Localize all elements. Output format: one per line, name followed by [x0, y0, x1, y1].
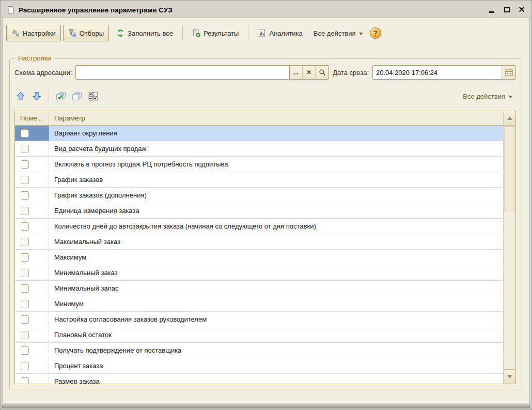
checked-cell [15, 265, 49, 280]
date-slice-field [372, 65, 516, 80]
row-checkbox[interactable] [21, 129, 29, 138]
uncheck-all-icon[interactable] [71, 90, 83, 102]
table-row[interactable]: Количество дней до автозакрытия заказа (… [15, 219, 503, 234]
row-checkbox[interactable] [21, 315, 29, 324]
help-button[interactable]: ? [370, 27, 381, 39]
analytics-icon [258, 29, 266, 37]
row-checkbox[interactable] [21, 362, 29, 370]
results-button[interactable]: Результаты [187, 25, 244, 41]
row-checkbox[interactable] [21, 238, 29, 246]
table-row[interactable]: Размер заказа [15, 374, 503, 384]
table-row[interactable]: Процент заказа [15, 358, 503, 374]
checked-cell [15, 188, 49, 203]
minimize-button[interactable] [488, 6, 495, 13]
row-checkbox[interactable] [21, 145, 29, 153]
table-row[interactable]: Настройка согласования заказов руководит… [15, 312, 503, 327]
move-down-icon[interactable] [30, 90, 43, 102]
table-row[interactable]: Единица измерения заказа [15, 203, 503, 219]
row-checkbox[interactable] [21, 207, 29, 215]
row-checkbox[interactable] [21, 191, 29, 200]
date-slice-input[interactable] [373, 66, 502, 79]
analytics-button[interactable]: Аналитика [253, 25, 307, 41]
parameter-name: Минимальный заказ [49, 265, 503, 280]
row-checkbox[interactable] [21, 300, 29, 308]
row-checkbox[interactable] [21, 160, 29, 169]
window-controls [488, 6, 525, 13]
table-row[interactable]: Плановый остаток [15, 327, 503, 343]
table-row[interactable]: Получать подтверждение от поставщика [15, 343, 503, 358]
parameter-name: Максимальный заказ [49, 234, 503, 249]
addressing-scheme-buttons: ... ✕ [289, 65, 329, 80]
move-up-icon[interactable] [14, 90, 27, 102]
analytics-button-label: Аналитика [269, 29, 302, 37]
chevron-down-icon [359, 33, 363, 35]
all-actions-menu[interactable]: Все действия [310, 25, 367, 41]
table-row[interactable]: График заказов (дополнения) [15, 188, 503, 203]
settings-button-label: Настройки [23, 29, 56, 37]
row-checkbox[interactable] [21, 284, 29, 293]
parameter-name: Включать в прогноз продаж РЦ потребность… [49, 157, 503, 172]
column-header-checked[interactable]: Поме... [15, 111, 49, 125]
checked-cell [15, 157, 49, 172]
parameter-name: Минимум [49, 296, 503, 311]
refresh-icon [116, 29, 124, 37]
row-checkbox[interactable] [21, 253, 29, 262]
scroll-down-icon[interactable] [504, 369, 515, 384]
fill-all-button[interactable]: Заполнить все [111, 25, 178, 41]
date-slice-label: Дата среза: [333, 69, 369, 77]
all-actions-label: Все действия [314, 29, 356, 37]
checked-cell [15, 219, 49, 234]
table-row[interactable]: График заказов [15, 172, 503, 188]
checked-cell [15, 296, 49, 311]
toolbar-separator [182, 26, 183, 40]
settings-row: Схема адресации: ... ✕ Дата [14, 65, 516, 80]
ellipsis-button[interactable]: ... [290, 66, 303, 79]
maximize-button[interactable] [503, 6, 510, 13]
settings-button[interactable]: Настройки [6, 25, 61, 41]
table-row[interactable]: Вариант округления [15, 126, 503, 141]
invert-check-icon[interactable] [87, 90, 99, 102]
checked-cell [15, 172, 49, 187]
clear-icon[interactable]: ✕ [303, 66, 316, 79]
table-row[interactable]: Минимальный запас [15, 281, 503, 296]
parameter-name: Размер заказа [49, 374, 503, 384]
settings-groupbox: Настройки Схема адресации: ... ✕ [9, 58, 521, 390]
parameter-name: Единица измерения заказа [49, 203, 503, 218]
scroll-up-icon[interactable] [504, 111, 515, 126]
parameters-table: Поме... Параметр Вариант округления Вид … [14, 111, 516, 384]
magnifier-icon[interactable] [316, 66, 328, 79]
check-all-icon[interactable] [55, 90, 67, 102]
groupbox-title: Настройки [14, 54, 55, 62]
row-checkbox[interactable] [21, 377, 29, 384]
calendar-icon[interactable] [502, 66, 515, 79]
table-row[interactable]: Вид расчета будущих продаж [15, 141, 503, 157]
checked-cell [15, 141, 49, 156]
row-checkbox[interactable] [21, 176, 29, 184]
checked-cell [15, 374, 49, 384]
row-checkbox[interactable] [21, 269, 29, 277]
row-checkbox[interactable] [21, 222, 29, 231]
parameter-name: Плановый остаток [49, 327, 503, 342]
column-header-parameter[interactable]: Параметр [49, 114, 515, 122]
table-all-actions-label: Все действия [463, 93, 505, 100]
parameter-name: Настройка согласования заказов руководит… [49, 312, 503, 327]
table-row[interactable]: Включать в прогноз продаж РЦ потребность… [15, 157, 503, 172]
row-checkbox[interactable] [21, 346, 29, 355]
filters-button[interactable]: Отборы [63, 25, 109, 41]
table-row[interactable]: Минимальный заказ [15, 265, 503, 281]
vertical-scrollbar[interactable] [503, 111, 515, 384]
document-icon [7, 6, 15, 14]
row-checkbox[interactable] [21, 331, 29, 339]
table-row[interactable]: Максимум [15, 250, 503, 265]
filter-icon [68, 29, 76, 37]
table-header: Поме... Параметр [15, 111, 515, 126]
addressing-scheme-input[interactable] [75, 65, 289, 80]
parameter-name: Максимум [49, 250, 503, 265]
parameter-name: График заказов [49, 172, 503, 187]
table-all-actions-menu[interactable]: Все действия [459, 90, 516, 102]
checked-cell [15, 312, 49, 327]
table-row[interactable]: Минимум [15, 296, 503, 312]
table-row[interactable]: Максимальный заказ [15, 234, 503, 250]
scrollbar-thumb[interactable] [504, 126, 515, 211]
close-button[interactable] [518, 6, 525, 13]
